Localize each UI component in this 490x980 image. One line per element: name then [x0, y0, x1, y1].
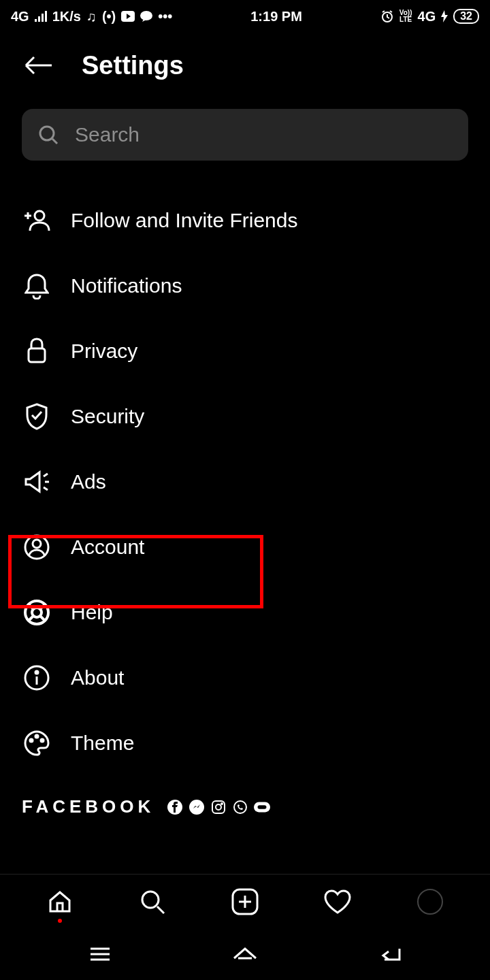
svg-rect-29 — [258, 805, 267, 809]
menu-label: Privacy — [71, 340, 137, 363]
sys-nav-recent[interactable] — [85, 939, 115, 969]
brand-icons — [167, 799, 270, 815]
sys-nav-back[interactable] — [375, 939, 405, 969]
svg-point-10 — [40, 127, 54, 140]
svg-point-21 — [41, 739, 44, 742]
svg-marker-9 — [441, 10, 448, 22]
message-icon — [140, 11, 152, 22]
svg-point-19 — [30, 739, 33, 742]
whatsapp-icon — [232, 799, 248, 815]
help-icon — [22, 598, 52, 627]
youtube-icon — [121, 11, 135, 22]
theme-icon — [22, 728, 52, 758]
nav-search[interactable] — [135, 885, 169, 919]
signal-icon — [35, 11, 47, 22]
menu-label: Ads — [71, 470, 106, 493]
status-time: 1:19 PM — [250, 9, 302, 24]
menu-label: Follow and Invite Friends — [71, 209, 298, 232]
charging-icon — [441, 10, 448, 22]
nav-home-dot — [58, 919, 62, 923]
svg-point-14 — [33, 540, 41, 548]
svg-point-30 — [142, 892, 159, 908]
data-speed: 1K/s — [52, 9, 81, 24]
svg-rect-1 — [38, 16, 40, 22]
svg-point-11 — [35, 211, 44, 220]
status-bar: 4G 1K/s ♫ (•) ••• 1:19 PM Vo))LTE 4G 32 — [0, 0, 490, 33]
page-title: Settings — [82, 51, 184, 80]
account-icon — [22, 532, 52, 562]
volte-icon: Vo))LTE — [399, 10, 412, 23]
follow-invite-icon — [22, 206, 52, 235]
search-placeholder: Search — [75, 123, 140, 146]
sys-nav-home[interactable] — [230, 939, 260, 969]
menu-theme[interactable]: Theme — [22, 710, 468, 776]
menu-notifications[interactable]: Notifications — [22, 253, 468, 318]
instagram-icon — [210, 799, 227, 815]
app-bottom-nav — [0, 874, 490, 928]
svg-point-26 — [221, 803, 223, 804]
menu-label: About — [71, 666, 124, 689]
footer-brand: FACEBOOK — [0, 776, 490, 830]
hotspot-icon: (•) — [102, 9, 116, 24]
status-right: Vo))LTE 4G 32 — [380, 9, 479, 24]
menu-security[interactable]: Security — [22, 384, 468, 449]
svg-point-25 — [216, 804, 221, 810]
svg-point-32 — [418, 889, 442, 914]
search-icon — [38, 125, 59, 145]
system-nav-bar — [0, 928, 490, 980]
security-icon — [22, 402, 52, 431]
battery-level: 32 — [453, 9, 479, 24]
nav-profile[interactable] — [413, 885, 447, 919]
nav-create[interactable] — [228, 885, 262, 919]
alarm-icon — [380, 10, 394, 23]
app-header: Settings — [0, 33, 490, 109]
menu-label: Help — [71, 601, 113, 624]
brand-text: FACEBOOK — [22, 796, 154, 817]
back-button[interactable] — [22, 49, 54, 82]
oculus-icon — [254, 799, 270, 815]
menu-privacy[interactable]: Privacy — [22, 318, 468, 384]
more-icon: ••• — [158, 9, 172, 24]
svg-rect-2 — [42, 14, 44, 22]
svg-point-20 — [35, 735, 38, 738]
facebook-icon — [167, 799, 183, 815]
svg-point-6 — [140, 11, 152, 20]
svg-rect-0 — [35, 19, 37, 22]
ads-icon — [22, 467, 52, 497]
svg-rect-3 — [45, 11, 47, 22]
menu-help[interactable]: Help — [22, 580, 468, 645]
menu-label: Security — [71, 405, 144, 428]
svg-rect-12 — [29, 348, 45, 362]
menu-follow-invite[interactable]: Follow and Invite Friends — [22, 188, 468, 253]
notifications-icon — [22, 271, 52, 301]
menu-label: Theme — [71, 732, 134, 755]
nav-activity[interactable] — [321, 885, 355, 919]
search-input[interactable]: Search — [22, 109, 468, 161]
status-left: 4G 1K/s ♫ (•) ••• — [11, 9, 172, 24]
about-icon — [22, 663, 52, 693]
signal-4g: 4G — [418, 9, 436, 24]
menu-about[interactable]: About — [22, 645, 468, 710]
menu-ads[interactable]: Ads — [22, 449, 468, 514]
settings-menu: Follow and Invite Friends Notifications … — [0, 188, 490, 776]
messenger-icon — [189, 799, 205, 815]
menu-label: Account — [71, 536, 144, 559]
network-type: 4G — [11, 9, 29, 24]
music-icon: ♫ — [86, 9, 97, 24]
menu-label: Notifications — [71, 274, 182, 297]
svg-point-18 — [35, 671, 38, 674]
nav-home[interactable] — [43, 885, 77, 919]
svg-point-23 — [189, 800, 204, 815]
privacy-icon — [22, 336, 52, 366]
svg-point-16 — [32, 608, 42, 617]
menu-account[interactable]: Account — [22, 514, 468, 580]
svg-point-27 — [234, 801, 246, 813]
